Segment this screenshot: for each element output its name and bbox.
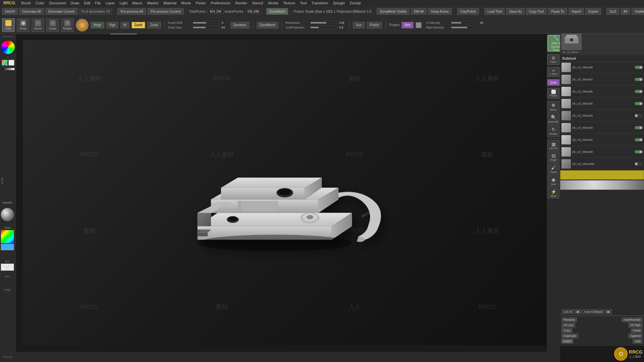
rename-button[interactable]: Rename — [561, 317, 577, 322]
yellow-material-swatch[interactable] — [560, 170, 644, 180]
grey-sphere-swatch[interactable] — [560, 180, 644, 190]
secondary-color-swatch[interactable] — [8, 60, 14, 66]
visible-button[interactable]: Visible — [632, 8, 644, 15]
goz-button[interactable]: GoZ — [606, 8, 619, 15]
preprocess-current-button[interactable]: Pre-process Current — [148, 8, 184, 15]
subtool-toggle-3[interactable] — [635, 102, 643, 105]
auto-collapse-button[interactable]: Auto Collapse — [582, 309, 605, 314]
menu-macro[interactable]: Macro — [130, 1, 145, 5]
subtool-toggle-2[interactable] — [635, 90, 643, 93]
subtool-item-3[interactable]: zb_LD_Mount5 — [560, 98, 644, 109]
menu-file[interactable]: File — [93, 1, 103, 5]
copy-tool-button[interactable]: Copy Tool — [526, 8, 547, 15]
zsub-button[interactable]: Zsub — [147, 22, 161, 28]
brush-preview[interactable] — [76, 19, 89, 32]
subtool-item-1[interactable]: zb_LD_Mount7 — [560, 74, 644, 85]
subtool-toggle-1[interactable] — [635, 78, 643, 81]
auto-collapse-arrow[interactable]: ▶ — [605, 309, 612, 314]
menu-picker[interactable]: Picker — [194, 1, 208, 5]
load-tool-button[interactable]: Load Tool — [484, 8, 505, 15]
claypolish-button[interactable]: ClayPolish — [457, 8, 479, 15]
menu-preferences[interactable]: Preferences — [209, 1, 232, 5]
all-button[interactable]: All — [621, 8, 630, 15]
menu-material[interactable]: Material — [161, 1, 178, 5]
z-intensity-slider[interactable] — [451, 22, 478, 24]
menu-movie[interactable]: Movie — [179, 1, 193, 5]
rgb-button[interactable]: Rgb — [106, 22, 118, 28]
zadd-button[interactable]: Zadd — [131, 22, 146, 28]
menu-document[interactable]: Document — [47, 1, 68, 5]
gradient-bar[interactable] — [1, 68, 15, 70]
move-col-button[interactable]: ✥ Move — [547, 101, 559, 113]
secondary-picker-swatch[interactable] — [1, 244, 14, 250]
menu-layer[interactable]: Layer — [104, 1, 117, 5]
menu-light[interactable]: Light — [117, 1, 129, 5]
menu-stencil[interactable]: Stencil — [250, 1, 265, 5]
subtool-toggle-0[interactable] — [635, 66, 643, 69]
solo-button[interactable]: ◉ Solo — [547, 176, 559, 187]
frame-button[interactable]: ⬜ Frame — [547, 88, 559, 99]
export-button[interactable]: Export — [585, 8, 601, 15]
subtool-toggle-8[interactable] — [635, 162, 643, 166]
menu-draw[interactable]: Draw — [69, 1, 82, 5]
paint-button[interactable]: 🖌 Paint — [547, 164, 559, 175]
active-color-swatch[interactable] — [2, 60, 8, 66]
material-preview[interactable] — [1, 208, 14, 221]
menu-tool[interactable]: Tool — [298, 1, 309, 5]
move-tool-button[interactable]: ↔ Move — [32, 18, 44, 32]
polish-button[interactable]: Polish — [367, 22, 382, 28]
menu-marker[interactable]: Marker — [145, 1, 161, 5]
save-as-button[interactable]: Save As — [506, 8, 525, 15]
subtool-item-0[interactable]: zb_LD_Mount8 — [560, 62, 644, 73]
canvas-inner[interactable]: 人人素材 RRCG 素材 人人素材 RRCG 人人素材 RRCG 素材 素材 人… — [23, 40, 553, 345]
focal-shift-slider[interactable] — [193, 22, 220, 24]
polyf-button[interactable]: ▤ PolyF — [547, 152, 559, 163]
spont-button[interactable]: ⚡ Spont — [547, 188, 559, 198]
menu-transform[interactable]: Transform — [310, 1, 330, 5]
canvas-area[interactable]: 人人素材 RRCG 素材 人人素材 RRCG 人人素材 RRCG 素材 素材 人… — [16, 34, 560, 352]
paste-to-button[interactable]: Paste To — [548, 8, 567, 15]
face-button[interactable]: ⬜ — [1, 263, 14, 271]
subtool-toggle-7[interactable] — [635, 150, 643, 154]
decimate-all-button[interactable]: Decimate All — [19, 8, 44, 15]
mrgb-button[interactable]: Mrgb — [91, 22, 104, 28]
color-wheel[interactable] — [1, 41, 15, 54]
menu-stroke[interactable]: Stroke — [266, 1, 281, 5]
rotate-col-button[interactable]: ↻ Rotate — [547, 125, 559, 137]
project-dots-button[interactable]: ⋯ — [416, 22, 422, 28]
dm-all-button[interactable]: DM All — [411, 8, 427, 15]
zoom3d-button[interactable]: 🔍 Zoom3D — [547, 113, 559, 125]
all-low-button[interactable]: All Low — [561, 323, 575, 327]
decimate-current-button[interactable]: Decimate Current — [45, 8, 77, 15]
list-all-button[interactable]: List All — [561, 309, 574, 314]
copy-button[interactable]: Copy — [561, 328, 573, 333]
subtool-toggle-4[interactable] — [635, 114, 643, 117]
dynmesh-button[interactable]: DynaMesh — [266, 8, 288, 15]
rotate-tool-button[interactable]: ↺ Rotate — [61, 18, 74, 32]
all-high-button[interactable]: All High — [628, 323, 643, 327]
split-button[interactable]: Split — [633, 339, 643, 344]
menu-texture[interactable]: Texture — [281, 1, 297, 5]
rgb-intensity-slider[interactable] — [451, 26, 478, 28]
lsym-button[interactable]: ⇔ L Sym — [547, 67, 559, 77]
draw-tool-button[interactable]: ⬤ Draw — [17, 18, 30, 32]
dynmesh-visible-button[interactable]: DynaMesh Visible — [377, 8, 410, 15]
xyz-button[interactable]: Qxyz — [547, 79, 559, 85]
subtool-item-4[interactable]: zb_LD_Mount4 — [560, 110, 644, 121]
edit-tool-button[interactable]: ✏ Edit — [2, 18, 15, 32]
paste-button[interactable]: Paste — [631, 328, 643, 333]
linefill-button[interactable]: ▦ Line Fill — [547, 140, 559, 151]
duplicate-button[interactable]: Duplicate — [561, 334, 578, 338]
color-picker-swatch[interactable] — [1, 230, 14, 243]
m-button[interactable]: M — [120, 22, 129, 28]
subtool-item-5[interactable]: zb_LD_Mount3 — [560, 122, 644, 133]
menu-edit[interactable]: Edit — [82, 1, 92, 5]
resolution-slider[interactable] — [310, 22, 337, 24]
subtool-item-8[interactable]: zb_LD_Mount5b — [560, 159, 644, 170]
project-val-button[interactable]: Smt — [401, 22, 414, 28]
subproj-slider[interactable] — [310, 26, 337, 28]
subtool-toggle-6[interactable] — [635, 138, 643, 141]
draw-size-slider[interactable] — [193, 26, 220, 28]
menu-render[interactable]: Render — [233, 1, 249, 5]
list-all-arrow[interactable]: ▶ — [575, 309, 581, 314]
